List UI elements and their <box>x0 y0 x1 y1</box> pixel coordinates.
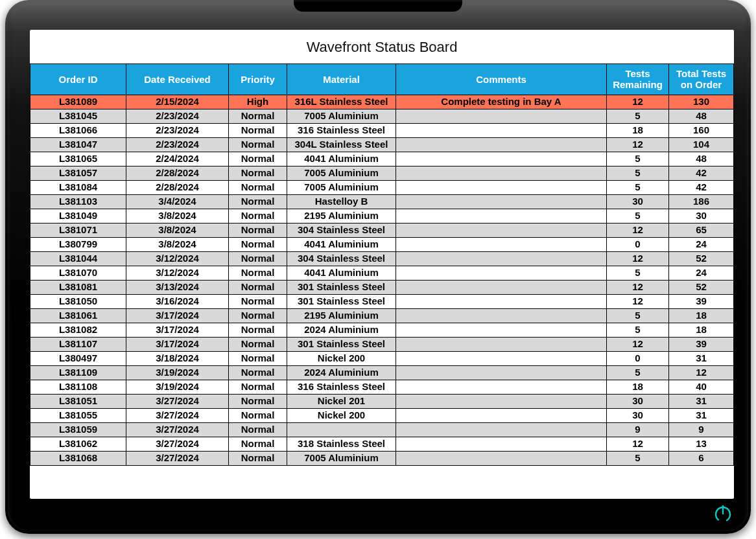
cell-date: 3/19/2024 <box>126 380 229 394</box>
cell-date: 3/8/2024 <box>126 223 229 237</box>
cell-material: 2024 Aluminium <box>287 323 396 337</box>
table-row[interactable]: L3810623/27/2024Normal318 Stainless Stee… <box>30 437 734 451</box>
cell-remaining: 12 <box>607 437 669 451</box>
cell-material: 304L Stainless Steel <box>287 137 396 152</box>
cell-material: 7005 Aluminium <box>287 451 396 465</box>
table-row[interactable]: L3810452/23/2024Normal7005 Aluminium548 <box>30 109 734 123</box>
cell-comments <box>396 422 607 437</box>
cell-remaining: 5 <box>607 209 669 223</box>
cell-priority: Normal <box>229 209 287 223</box>
table-row[interactable]: L3811083/19/2024Normal316 Stainless Stee… <box>30 380 734 394</box>
cell-remaining: 12 <box>607 294 669 308</box>
table-row[interactable]: L3804973/18/2024NormalNickel 200031 <box>30 351 734 365</box>
table-row[interactable]: L3810662/23/2024Normal316 Stainless Stee… <box>30 123 734 137</box>
cell-date: 2/15/2024 <box>126 95 229 109</box>
device-notch <box>294 0 462 12</box>
cell-total: 24 <box>669 266 734 280</box>
cell-material: Hastelloy B <box>287 194 396 209</box>
table-row[interactable]: L3810683/27/2024Normal7005 Aluminium56 <box>30 451 734 465</box>
cell-date: 2/28/2024 <box>126 166 229 180</box>
cell-comments <box>396 351 607 365</box>
table-row[interactable]: L3810892/15/2024High316L Stainless Steel… <box>30 95 734 109</box>
cell-material: 2195 Aluminium <box>287 308 396 323</box>
cell-total: 65 <box>669 223 734 237</box>
cell-order-id: L381062 <box>30 437 126 451</box>
cell-order-id: L381089 <box>30 95 126 109</box>
cell-material: 4041 Aluminium <box>287 152 396 166</box>
cell-date: 2/23/2024 <box>126 137 229 152</box>
col-order-id[interactable]: Order ID <box>30 64 126 95</box>
cell-material: 304 Stainless Steel <box>287 251 396 266</box>
table-row[interactable]: L3811093/19/2024Normal2024 Aluminium512 <box>30 365 734 380</box>
power-icon <box>712 503 734 525</box>
table-row[interactable]: L3811033/4/2024NormalHastelloy B30186 <box>30 194 734 209</box>
cell-material: Nickel 200 <box>287 351 396 365</box>
col-material[interactable]: Material <box>287 64 396 95</box>
cell-date: 2/23/2024 <box>126 109 229 123</box>
table-row[interactable]: L3810713/8/2024Normal304 Stainless Steel… <box>30 223 734 237</box>
table-row[interactable]: L3810503/16/2024Normal301 Stainless Stee… <box>30 294 734 308</box>
cell-total: 42 <box>669 180 734 194</box>
table-row[interactable]: L3810553/27/2024NormalNickel 2003031 <box>30 408 734 422</box>
cell-priority: Normal <box>229 166 287 180</box>
cell-order-id: L380497 <box>30 351 126 365</box>
table-row[interactable]: L3810513/27/2024NormalNickel 2013031 <box>30 394 734 408</box>
cell-order-id: L381059 <box>30 422 126 437</box>
col-total-tests[interactable]: Total Tests on Order <box>669 64 734 95</box>
cell-date: 3/19/2024 <box>126 365 229 380</box>
cell-total: 48 <box>669 109 734 123</box>
cell-remaining: 12 <box>607 137 669 152</box>
table-row[interactable]: L3810823/17/2024Normal2024 Aluminium518 <box>30 323 734 337</box>
table-row[interactable]: L3810572/28/2024Normal7005 Aluminium542 <box>30 166 734 180</box>
table-row[interactable]: L3811073/17/2024Normal301 Stainless Stee… <box>30 337 734 351</box>
cell-date: 3/16/2024 <box>126 294 229 308</box>
cell-remaining: 12 <box>607 337 669 351</box>
table-header-row: Order ID Date Received Priority Material… <box>30 64 734 95</box>
cell-material: 316 Stainless Steel <box>287 380 396 394</box>
cell-order-id: L381057 <box>30 166 126 180</box>
cell-comments <box>396 451 607 465</box>
col-date-received[interactable]: Date Received <box>126 64 229 95</box>
table-row[interactable]: L3810652/24/2024Normal4041 Aluminium548 <box>30 152 734 166</box>
col-priority[interactable]: Priority <box>229 64 287 95</box>
table-row[interactable]: L3810813/13/2024Normal301 Stainless Stee… <box>30 280 734 294</box>
cell-order-id: L381108 <box>30 380 126 394</box>
cell-material: 316L Stainless Steel <box>287 95 396 109</box>
cell-remaining: 0 <box>607 237 669 251</box>
cell-priority: Normal <box>229 152 287 166</box>
cell-remaining: 5 <box>607 308 669 323</box>
table-row[interactable]: L3810493/8/2024Normal2195 Aluminium530 <box>30 209 734 223</box>
col-tests-remaining[interactable]: Tests Remaining <box>607 64 669 95</box>
cell-date: 2/24/2024 <box>126 152 229 166</box>
table-row[interactable]: L3810593/27/2024Normal99 <box>30 422 734 437</box>
table-row[interactable]: L3810842/28/2024Normal7005 Aluminium542 <box>30 180 734 194</box>
cell-priority: Normal <box>229 451 287 465</box>
table-row[interactable]: L3810443/12/2024Normal304 Stainless Stee… <box>30 251 734 266</box>
cell-priority: Normal <box>229 308 287 323</box>
cell-remaining: 5 <box>607 266 669 280</box>
cell-material: 301 Stainless Steel <box>287 294 396 308</box>
power-button[interactable] <box>712 503 734 525</box>
table-row[interactable]: L3810472/23/2024Normal304L Stainless Ste… <box>30 137 734 152</box>
col-comments[interactable]: Comments <box>396 64 607 95</box>
cell-priority: Normal <box>229 251 287 266</box>
cell-priority: Normal <box>229 351 287 365</box>
cell-total: 6 <box>669 451 734 465</box>
cell-date: 3/27/2024 <box>126 437 229 451</box>
table-row[interactable]: L3807993/8/2024Normal4041 Aluminium024 <box>30 237 734 251</box>
cell-remaining: 12 <box>607 95 669 109</box>
cell-date: 3/18/2024 <box>126 351 229 365</box>
cell-date: 3/27/2024 <box>126 408 229 422</box>
cell-order-id: L381044 <box>30 251 126 266</box>
cell-comments <box>396 365 607 380</box>
cell-date: 3/27/2024 <box>126 451 229 465</box>
cell-date: 3/4/2024 <box>126 194 229 209</box>
table-row[interactable]: L3810613/17/2024Normal2195 Aluminium518 <box>30 308 734 323</box>
cell-order-id: L381070 <box>30 266 126 280</box>
table-row[interactable]: L3810703/12/2024Normal4041 Aluminium524 <box>30 266 734 280</box>
cell-material: Nickel 201 <box>287 394 396 408</box>
cell-priority: Normal <box>229 180 287 194</box>
status-table: Order ID Date Received Priority Material… <box>30 63 734 466</box>
cell-order-id: L381065 <box>30 152 126 166</box>
cell-priority: Normal <box>229 422 287 437</box>
